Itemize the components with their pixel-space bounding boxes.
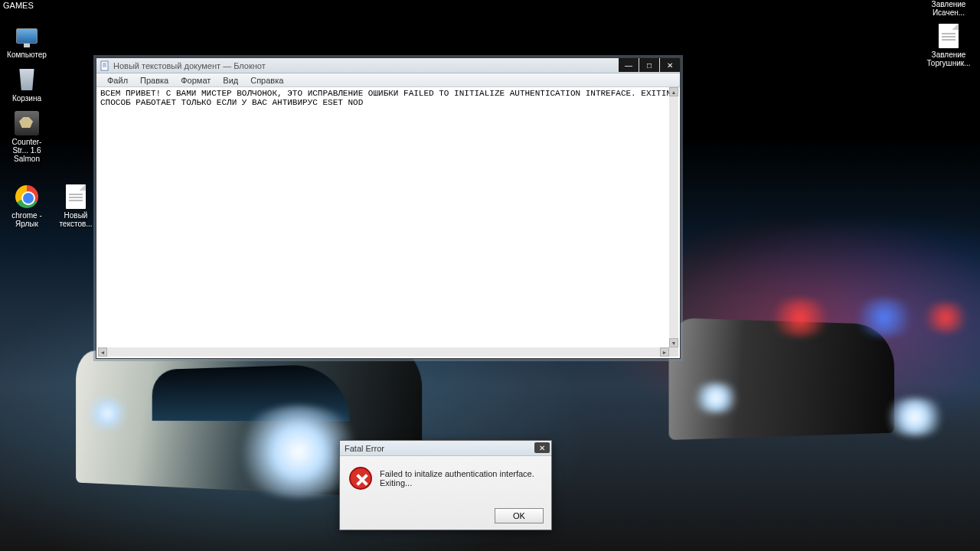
error-titlebar[interactable]: Fatal Error ✕ — [340, 441, 551, 456]
menu-view[interactable]: Вид — [217, 75, 244, 86]
desktop-icon-label: Counter-Str... 1.6 Salmon — [5, 138, 49, 163]
desktop-icon-recycle-bin[interactable]: Корзина — [5, 67, 49, 103]
desktop-icon-document-2[interactable]: Завление Торгушник... — [926, 23, 971, 67]
scroll-up-icon[interactable]: ▲ — [669, 87, 678, 96]
notepad-window[interactable]: Новый текстовый документ — Блокнот — □ ✕… — [96, 57, 681, 359]
desktop-icon-label: chrome - Ярлык — [5, 211, 49, 228]
ok-button[interactable]: OK — [495, 508, 544, 523]
desktop-icon-label: Завление Исачен... — [926, 0, 971, 17]
headlight — [689, 383, 743, 413]
desktop-icon-computer[interactable]: Компьютер — [5, 23, 49, 59]
chrome-icon — [12, 184, 41, 210]
scrollbar-corner — [669, 347, 678, 357]
scroll-left-icon[interactable]: ◄ — [98, 347, 107, 357]
menu-help[interactable]: Справка — [244, 75, 289, 86]
game-icon — [12, 110, 41, 136]
horizontal-scrollbar[interactable]: ◄ ► — [98, 347, 669, 357]
desktop-icon-label: Компьютер — [7, 51, 47, 59]
computer-icon — [12, 23, 41, 49]
scroll-right-icon[interactable]: ► — [660, 347, 669, 357]
error-message: Failed to initalize authentication inter… — [380, 469, 542, 487]
text-file-icon — [61, 184, 90, 210]
vertical-scrollbar[interactable]: ▲ ▼ — [669, 87, 678, 347]
desktop-icon-label: Корзина — [12, 94, 41, 103]
desktop-icon-chrome[interactable]: chrome - Ярлык — [5, 184, 49, 228]
background-car-right — [669, 318, 895, 440]
headlight — [84, 398, 130, 429]
error-dialog[interactable]: Fatal Error ✕ Failed to initalize authen… — [339, 440, 552, 530]
desktop-icon-counter-strike[interactable]: Counter-Str... 1.6 Salmon — [5, 110, 49, 163]
menu-edit[interactable]: Правка — [134, 75, 175, 86]
siren-blue — [850, 298, 919, 337]
desktop-icon-new-text-document[interactable]: Новый текстов... — [54, 184, 98, 228]
maximize-button[interactable]: □ — [639, 58, 659, 72]
menu-file[interactable]: Файл — [101, 75, 134, 86]
notepad-text-area[interactable]: ВСЕМ ПРИВЕТ! С ВАМИ МИСТЕР ВОЛЧОНОК, ЭТО… — [98, 87, 669, 347]
scroll-down-icon[interactable]: ▼ — [669, 338, 678, 347]
notepad-title: Новый текстовый документ — Блокнот — [113, 61, 266, 70]
desktop-icon-document-1[interactable]: Завление Исачен... — [926, 0, 971, 17]
error-title: Fatal Error — [345, 444, 384, 453]
svg-rect-0 — [101, 61, 108, 70]
games-menu-label[interactable]: GAMES — [3, 1, 34, 10]
error-icon — [349, 467, 372, 490]
desktop-icon-label: Завление Торгушник... — [926, 51, 971, 67]
close-button[interactable]: ✕ — [660, 58, 680, 72]
notepad-icon — [100, 60, 110, 71]
notepad-content: ВСЕМ ПРИВЕТ! С ВАМИ МИСТЕР ВОЛЧОНОК, ЭТО… — [98, 87, 669, 109]
close-button[interactable]: ✕ — [534, 442, 550, 453]
menu-format[interactable]: Формат — [175, 75, 217, 86]
siren-red — [919, 302, 972, 333]
minimize-button[interactable]: — — [619, 58, 639, 72]
recycle-bin-icon — [12, 67, 41, 93]
headlight — [880, 398, 949, 436]
siren-red — [766, 298, 835, 337]
notepad-titlebar[interactable]: Новый текстовый документ — Блокнот — □ ✕ — [96, 58, 680, 73]
desktop-icon-label: Новый текстов... — [54, 211, 98, 228]
text-file-icon — [934, 23, 963, 49]
notepad-menubar: Файл Правка Формат Вид Справка — [96, 73, 680, 87]
